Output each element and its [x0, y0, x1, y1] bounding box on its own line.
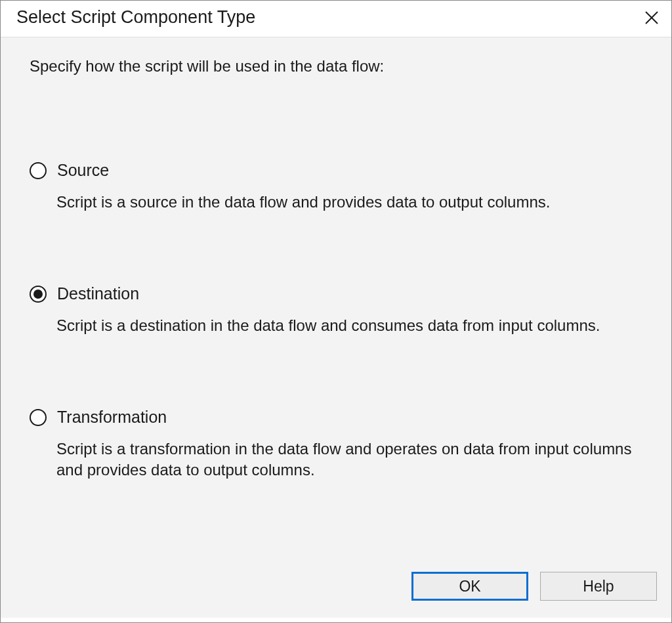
titlebar: Select Script Component Type: [1, 1, 671, 37]
option-source: Source Script is a source in the data fl…: [30, 161, 646, 212]
close-icon: [644, 10, 660, 26]
close-button[interactable]: [642, 9, 661, 27]
instruction-text: Specify how the script will be used in t…: [30, 57, 646, 75]
option-desc-destination: Script is a destination in the data flow…: [56, 315, 646, 335]
dialog-footer: OK Help: [1, 555, 671, 618]
radio-transformation[interactable]: [30, 409, 47, 426]
dialog-content: Specify how the script will be used in t…: [1, 37, 671, 555]
dialog-title: Select Script Component Type: [16, 7, 255, 28]
radio-line-transformation[interactable]: Transformation: [30, 408, 646, 427]
option-destination: Destination Script is a destination in t…: [30, 284, 646, 335]
options-group: Source Script is a source in the data fl…: [30, 161, 646, 480]
help-button[interactable]: Help: [540, 572, 657, 601]
option-label-source: Source: [57, 161, 109, 180]
option-label-destination: Destination: [57, 284, 139, 303]
option-label-transformation: Transformation: [57, 408, 167, 427]
radio-line-source[interactable]: Source: [30, 161, 646, 180]
option-transformation: Transformation Script is a transformatio…: [30, 408, 646, 479]
radio-source[interactable]: [30, 162, 47, 179]
radio-line-destination[interactable]: Destination: [30, 284, 646, 303]
option-desc-transformation: Script is a transformation in the data f…: [56, 439, 646, 479]
ok-button[interactable]: OK: [411, 572, 528, 601]
radio-dot-icon: [33, 290, 43, 299]
option-desc-source: Script is a source in the data flow and …: [56, 192, 646, 212]
radio-destination[interactable]: [30, 286, 47, 303]
